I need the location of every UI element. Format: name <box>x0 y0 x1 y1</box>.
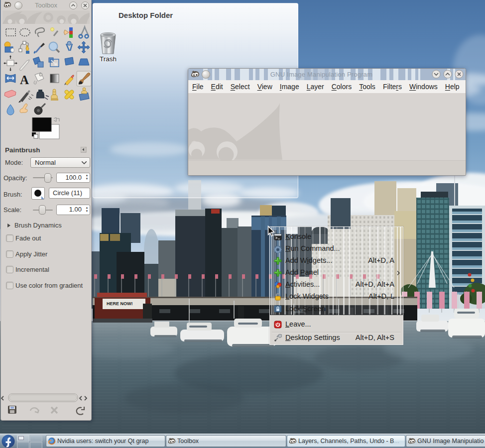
svg-text:A: A <box>20 73 29 87</box>
svg-text:HERE NOW!: HERE NOW! <box>107 301 133 306</box>
